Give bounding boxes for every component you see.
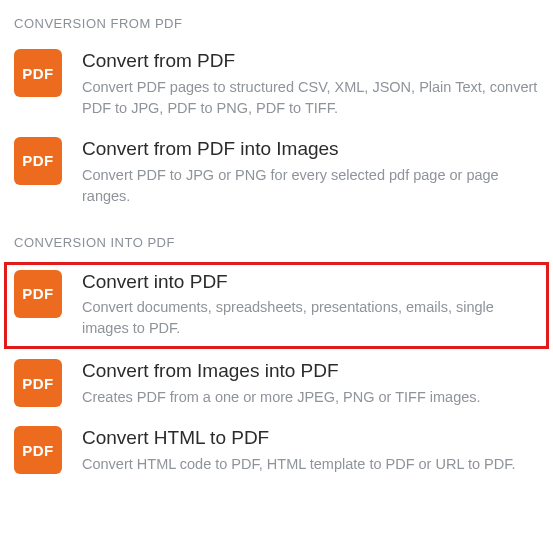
pdf-icon: PDF [14,137,62,185]
item-desc: Convert HTML code to PDF, HTML template … [82,454,539,475]
item-convert-from-pdf-images[interactable]: PDF Convert from PDF into Images Convert… [0,129,553,217]
item-desc: Convert PDF to JPG or PNG for every sele… [82,165,539,207]
pdf-icon: PDF [14,270,62,318]
item-desc: Convert PDF pages to structured CSV, XML… [82,77,539,119]
item-title: Convert from PDF [82,49,539,73]
item-convert-into-pdf[interactable]: PDF Convert into PDF Convert documents, … [4,262,549,350]
section-header-from-pdf: CONVERSION FROM PDF [0,12,553,41]
item-desc: Convert documents, spreadsheets, present… [82,297,539,339]
item-title: Convert into PDF [82,270,539,294]
pdf-icon: PDF [14,426,62,474]
item-text: Convert from PDF into Images Convert PDF… [82,137,539,207]
pdf-icon: PDF [14,359,62,407]
item-title: Convert from PDF into Images [82,137,539,161]
item-title: Convert from Images into PDF [82,359,539,383]
section-header-into-pdf: CONVERSION INTO PDF [0,231,553,260]
item-text: Convert HTML to PDF Convert HTML code to… [82,426,539,475]
item-text: Convert into PDF Convert documents, spre… [82,270,539,340]
item-text: Convert from PDF Convert PDF pages to st… [82,49,539,119]
item-convert-images-into-pdf[interactable]: PDF Convert from Images into PDF Creates… [0,351,553,418]
item-convert-from-pdf[interactable]: PDF Convert from PDF Convert PDF pages t… [0,41,553,129]
item-desc: Creates PDF from a one or more JPEG, PNG… [82,387,539,408]
item-title: Convert HTML to PDF [82,426,539,450]
item-text: Convert from Images into PDF Creates PDF… [82,359,539,408]
pdf-icon: PDF [14,49,62,97]
item-convert-html-to-pdf[interactable]: PDF Convert HTML to PDF Convert HTML cod… [0,418,553,485]
